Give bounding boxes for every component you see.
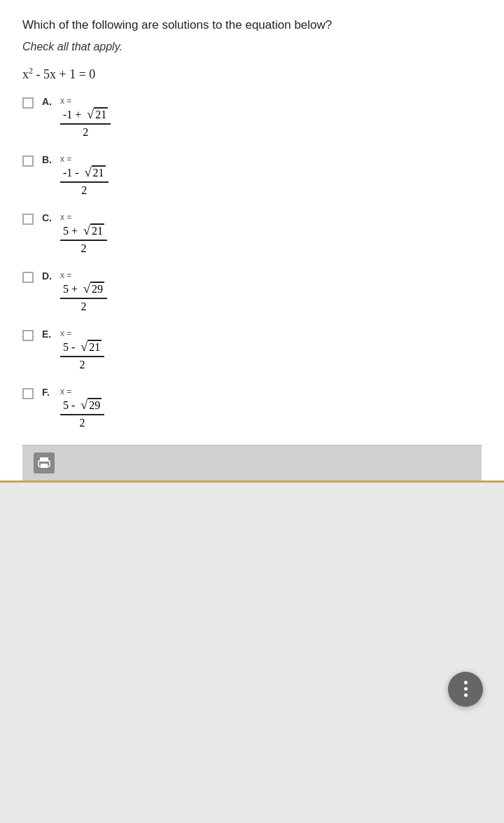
list-item: D. x = 5 + √29 2 bbox=[22, 270, 482, 313]
option-label-c: C. bbox=[42, 212, 55, 223]
x-equals-f: x = bbox=[60, 387, 71, 396]
question-subtitle: Check all that apply. bbox=[22, 41, 482, 53]
print-button[interactable] bbox=[34, 452, 55, 473]
three-dots-icon bbox=[464, 681, 468, 697]
option-content-a: x = -1 + √21 2 bbox=[60, 96, 111, 139]
list-item: E. x = 5 - √21 2 bbox=[22, 328, 482, 371]
options-list: A. x = -1 + √21 2 B. x = bbox=[22, 96, 482, 429]
fab-button[interactable] bbox=[448, 672, 483, 707]
x-equals-e: x = bbox=[60, 328, 71, 338]
option-content-f: x = 5 - √29 2 bbox=[60, 387, 104, 429]
option-label-e: E. bbox=[42, 328, 55, 340]
fraction-f: 5 - √29 2 bbox=[60, 398, 104, 429]
list-item: A. x = -1 + √21 2 bbox=[22, 96, 482, 139]
checkbox-e[interactable] bbox=[22, 330, 34, 341]
option-content-c: x = 5 + √21 2 bbox=[60, 212, 107, 255]
bottom-area bbox=[0, 483, 504, 735]
option-label-a: A. bbox=[42, 96, 55, 107]
svg-point-3 bbox=[47, 462, 48, 464]
checkbox-d[interactable] bbox=[22, 272, 34, 283]
x-equals-c: x = bbox=[60, 212, 71, 222]
x-equals-d: x = bbox=[60, 270, 71, 280]
toolbar bbox=[22, 445, 482, 480]
checkbox-a[interactable] bbox=[22, 97, 34, 109]
checkbox-f[interactable] bbox=[22, 388, 34, 399]
checkbox-c[interactable] bbox=[22, 214, 34, 225]
option-label-d: D. bbox=[42, 270, 55, 282]
option-label-b: B. bbox=[42, 154, 55, 165]
fraction-c: 5 + √21 2 bbox=[60, 223, 107, 255]
x-equals-b: x = bbox=[60, 154, 71, 164]
list-item: F. x = 5 - √29 2 bbox=[22, 387, 482, 429]
fraction-a: -1 + √21 2 bbox=[60, 107, 111, 139]
fraction-e: 5 - √21 2 bbox=[60, 340, 104, 371]
question-card: Which of the following are solutions to … bbox=[0, 0, 504, 483]
option-content-b: x = -1 - √21 2 bbox=[60, 154, 108, 197]
question-title: Which of the following are solutions to … bbox=[22, 17, 482, 34]
checkbox-b[interactable] bbox=[22, 155, 34, 167]
svg-rect-2 bbox=[41, 464, 48, 468]
fraction-b: -1 - √21 2 bbox=[60, 165, 108, 197]
fraction-d: 5 + √29 2 bbox=[60, 282, 107, 313]
option-content-d: x = 5 + √29 2 bbox=[60, 270, 107, 313]
option-label-f: F. bbox=[42, 387, 55, 398]
x-equals-a: x = bbox=[60, 96, 71, 106]
option-content-e: x = 5 - √21 2 bbox=[60, 328, 104, 371]
list-item: B. x = -1 - √21 2 bbox=[22, 154, 482, 197]
equation: x2 - 5x + 1 = 0 bbox=[22, 66, 482, 82]
list-item: C. x = 5 + √21 2 bbox=[22, 212, 482, 255]
